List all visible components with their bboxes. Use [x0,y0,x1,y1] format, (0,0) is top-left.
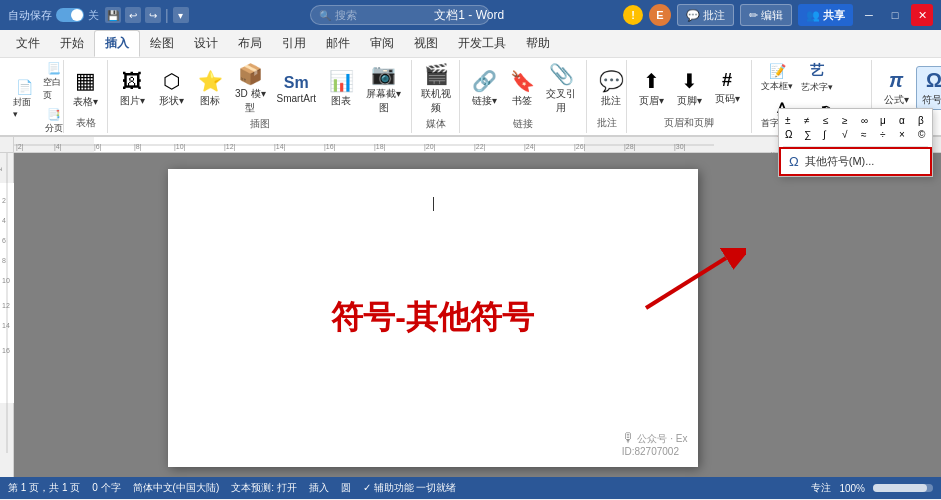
btn-footer[interactable]: ⬇ 页脚▾ [671,67,707,110]
status-mode: 圆 [341,481,351,495]
minimize-button[interactable]: ─ [859,5,879,25]
btn-symbol[interactable]: Ω 符号▾ [916,66,941,110]
tab-layout[interactable]: 布局 [228,31,272,56]
status-focus[interactable]: 专注 [811,481,831,495]
zoom-slider[interactable] [873,484,933,492]
btn-screenshot[interactable]: 📷 屏幕截▾图 [362,60,405,117]
tab-draw[interactable]: 绘图 [140,31,184,56]
svg-text:4: 4 [2,217,6,224]
sym-omega[interactable]: Ω [785,129,801,140]
sym-times[interactable]: × [899,129,915,140]
sym-integral[interactable]: ∫ [823,129,839,140]
btn-wordart[interactable]: 艺 艺术字▾ [798,60,836,96]
sym-pm[interactable]: ± [785,115,801,126]
sym-copyright[interactable]: © [918,129,934,140]
sym-div[interactable]: ÷ [880,129,896,140]
sym-neq[interactable]: ≠ [804,115,820,126]
svg-text:|12|: |12| [224,143,236,151]
redo-icon[interactable]: ↪ [145,7,161,23]
btn-shapes[interactable]: ⬡ 形状▾ [153,67,189,110]
svg-text:|18|: |18| [374,143,386,151]
svg-text:|10|: |10| [174,143,186,151]
group-comments: 💬 批注 批注 [587,60,627,133]
btn-comment-insert[interactable]: 💬 批注 [593,67,629,110]
comment-label: 批注 [703,8,725,23]
autosave-label: 自动保存 [8,8,52,23]
sym-approx[interactable]: ≈ [861,129,877,140]
other-symbol-button[interactable]: Ω 其他符号(M)... [779,147,932,176]
sym-mu[interactable]: μ [880,115,896,126]
tab-developer[interactable]: 开发工具 [448,31,516,56]
save-icon[interactable]: 💾 [105,7,121,23]
tab-design[interactable]: 设计 [184,31,228,56]
svg-text:|26|: |26| [574,143,586,151]
tab-insert[interactable]: 插入 [94,30,140,57]
btn-crossref[interactable]: 📎 交叉引用 [542,60,580,117]
btn-bookmark[interactable]: 🔖 书签 [504,67,540,110]
doc-page[interactable]: 符号-其他符号 🎙 公众号 · Ex ID:82707002 [168,169,698,467]
tab-help[interactable]: 帮助 [516,31,560,56]
picture-icon: 🖼 [122,70,142,93]
symbol-dropdown-panel: ± ≠ ≤ ≥ ∞ μ α β Ω ∑ ∫ √ ≈ ÷ × © Ω 其他符号(M… [778,108,933,177]
btn-icons[interactable]: ⭐ 图标 [192,67,228,110]
tab-file[interactable]: 文件 [6,31,50,56]
svg-text:6: 6 [2,237,6,244]
sym-alpha[interactable]: α [899,115,915,126]
symbol-grid: ± ≠ ≤ ≥ ∞ μ α β Ω ∑ ∫ √ ≈ ÷ × © [779,109,932,146]
sym-leq[interactable]: ≤ [823,115,839,126]
sym-sqrt[interactable]: √ [842,129,858,140]
btn-chart[interactable]: 📊 图表 [323,67,359,110]
btn-smartart[interactable]: Sm SmartArt [273,72,320,106]
btn-table[interactable]: ▦ 表格▾ [68,66,104,111]
video-icon: 🎬 [424,62,449,86]
svg-text:12: 12 [2,302,10,309]
comment-button[interactable]: 💬 批注 [677,4,734,26]
customize-icon[interactable]: ▾ [173,7,189,23]
group-links-items: 🔗 链接▾ 🔖 书签 📎 交叉引用 [466,60,580,117]
red-arrow-container [626,248,746,321]
tab-review[interactable]: 审阅 [360,31,404,56]
tab-references[interactable]: 引用 [272,31,316,56]
edit-button[interactable]: ✏ 编辑 [740,4,792,26]
sym-geq[interactable]: ≥ [842,115,858,126]
title-right-controls: ! E 💬 批注 ✏ 编辑 👥 共享 ─ □ ✕ [623,4,933,26]
icons-icon: ⭐ [198,69,223,93]
sym-inf[interactable]: ∞ [861,115,877,126]
status-textprediction: 文本预测: 打开 [231,481,297,495]
tab-view[interactable]: 视图 [404,31,448,56]
btn-cover[interactable]: 📄 封面▾ [10,77,38,121]
search-bar[interactable]: 🔍 搜索 [310,5,490,25]
comment-insert-icon: 💬 [599,69,624,93]
tab-home[interactable]: 开始 [50,31,94,56]
close-button[interactable]: ✕ [911,4,933,26]
canvas: 符号-其他符号 🎙 公众号 · Ex ID:82707002 [14,153,941,477]
btn-3dmodel[interactable]: 📦 3D 模▾型 [231,60,270,117]
user-avatar[interactable]: E [649,4,671,26]
group-headerfooter-items: ⬆ 页眉▾ ⬇ 页脚▾ # 页码▾ [633,60,745,116]
group-links-label: 链接 [466,117,580,134]
btn-formula[interactable]: π 公式▾ [878,67,914,109]
btn-video[interactable]: 🎬 联机视频 [418,60,454,117]
svg-text:|30|: |30| [674,143,686,151]
btn-header[interactable]: ⬆ 页眉▾ [633,67,669,110]
group-media-items: 🎬 联机视频 [418,60,453,117]
undo-icon[interactable]: ↩ [125,7,141,23]
btn-pagenum[interactable]: # 页码▾ [709,68,745,108]
group-media-label: 媒体 [418,117,453,134]
status-zoom[interactable]: 100% [839,483,865,494]
share-button[interactable]: 👥 共享 [798,4,853,26]
btn-link[interactable]: 🔗 链接▾ [466,67,502,110]
separator: | [165,7,169,23]
svg-text:|24|: |24| [524,143,536,151]
btn-textbox[interactable]: 📝 文本框▾ [758,61,796,95]
sym-sigma[interactable]: ∑ [804,129,820,140]
sym-beta[interactable]: β [918,115,934,126]
restore-button[interactable]: □ [885,5,905,25]
watermark-line1: 🎙 公众号 · Ex [622,430,688,446]
svg-text:|8|: |8| [134,143,142,151]
btn-picture[interactable]: 🖼 图片▾ [114,68,150,110]
autosave-toggle[interactable] [56,8,84,22]
status-right: 专注 100% [811,481,933,495]
ruler-vertical: 2 2 4 6 8 10 12 14 16 [0,153,14,477]
tab-mailings[interactable]: 邮件 [316,31,360,56]
